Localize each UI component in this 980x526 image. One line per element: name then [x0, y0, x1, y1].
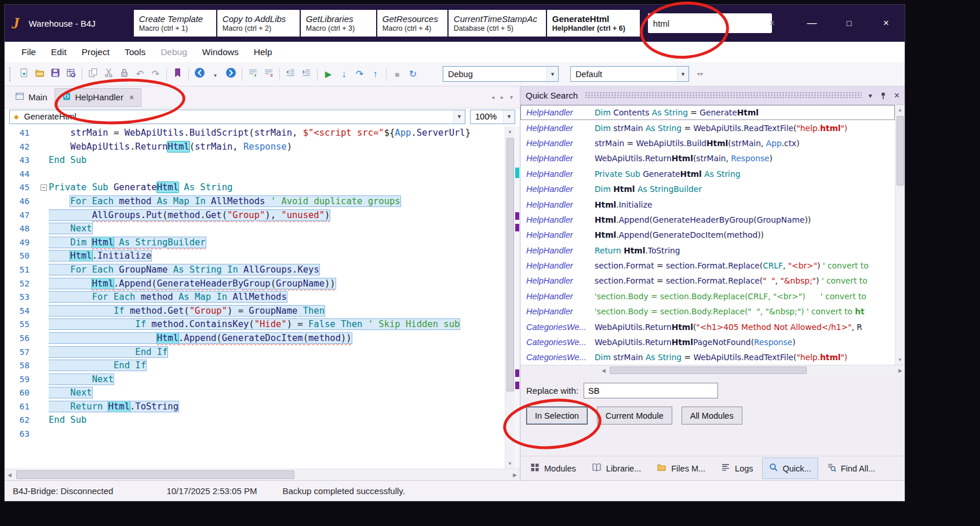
- rebuild-button[interactable]: ↻: [405, 66, 421, 82]
- nav-back-arrow-button[interactable]: ▼: [207, 66, 223, 82]
- scroll-left-icon[interactable]: ◀: [602, 368, 606, 373]
- search-result-row[interactable]: HelpHandlerDim Html As StringBuilder: [520, 182, 895, 197]
- scrollbar-thumb[interactable]: [897, 116, 904, 186]
- collapse-icon[interactable]: −: [41, 184, 47, 191]
- editor-vertical-scrollbar[interactable]: ▲ ▼: [505, 126, 515, 469]
- scroll-right-icon[interactable]: ▶: [513, 472, 517, 478]
- menu-help[interactable]: Help: [246, 43, 280, 61]
- dock-tab-filesm[interactable]: Files M...: [650, 458, 712, 478]
- pin-icon[interactable]: [879, 92, 887, 100]
- step-out-button[interactable]: ↑: [367, 66, 383, 82]
- lock-button[interactable]: [116, 66, 132, 82]
- dock-tab-modules[interactable]: Modules: [524, 458, 582, 478]
- new-module-button[interactable]: [16, 66, 32, 82]
- redo-button[interactable]: ↷: [148, 66, 163, 82]
- tab-helphandler[interactable]: HelpHandler ×: [54, 88, 142, 107]
- scrollbar-thumb[interactable]: [16, 470, 294, 479]
- undo-button[interactable]: ↶: [132, 66, 148, 82]
- toolbar-overflow-icon[interactable]: ▾▾: [697, 71, 703, 77]
- run-button[interactable]: ▶: [320, 66, 336, 82]
- in-selection-button[interactable]: In Selection: [526, 407, 588, 425]
- tab-scroll-right-icon[interactable]: ▸: [501, 94, 504, 100]
- search-result-row[interactable]: HelpHandlerDim strMain As String = WebAp…: [520, 120, 895, 135]
- search-result-row[interactable]: HelpHandlerReturn Html.ToString: [520, 243, 895, 258]
- search-result-row[interactable]: HelpHandlerPrivate Sub GenerateHtml As S…: [520, 166, 895, 182]
- chevron-down-icon[interactable]: ▾: [869, 92, 872, 100]
- scroll-right-icon[interactable]: ▶: [898, 368, 902, 373]
- nav-back-button[interactable]: [192, 66, 207, 82]
- copy-button[interactable]: [85, 66, 101, 82]
- scroll-down-icon[interactable]: ▼: [895, 355, 905, 365]
- dock-tab-findall[interactable]: Find All...: [821, 458, 882, 478]
- current-module-button[interactable]: Current Module: [597, 407, 672, 425]
- uncomment-button[interactable]: [261, 66, 276, 82]
- code-lines[interactable]: 41 strMain = WebApiUtils.BuildScript(str…: [5, 126, 505, 469]
- stop-button[interactable]: ■: [389, 66, 405, 82]
- results-horizontal-scrollbar[interactable]: ◀ ▶: [599, 365, 905, 376]
- tab-scroll-left-icon[interactable]: ◂: [491, 94, 494, 100]
- zoom-dropdown[interactable]: 100% ▼: [470, 110, 515, 124]
- close-panel-icon[interactable]: ×: [894, 90, 899, 101]
- macro-tab-1[interactable]: Create TemplateMacro (ctrl + 1): [134, 10, 216, 37]
- macro-tab-4[interactable]: GetResourcesMacro (ctrl + 4): [377, 10, 447, 37]
- search-result-row[interactable]: HelpHandlerHtml.Append(GenerateHeaderByG…: [520, 212, 895, 227]
- macro-tab-5[interactable]: CurrentTimeStampAcDatabase (ctrl + 5): [449, 10, 546, 37]
- debug-mode-dropdown[interactable]: Debug ▼: [443, 66, 559, 82]
- comment-button[interactable]: [245, 66, 261, 82]
- nav-forward-button[interactable]: [223, 66, 239, 82]
- step-over-button[interactable]: ↷: [352, 66, 367, 82]
- search-result-row[interactable]: HelpHandlerHtml.Append(GenerateDocItem(m…: [520, 227, 895, 242]
- menu-debug[interactable]: Debug: [153, 43, 195, 61]
- search-result-row[interactable]: HelpHandler'section.Body = section.Body.…: [520, 304, 895, 319]
- scrollbar-thumb[interactable]: [507, 138, 514, 391]
- save-button[interactable]: [48, 66, 63, 82]
- all-modules-button[interactable]: All Modules: [682, 407, 742, 425]
- scroll-left-icon[interactable]: ◀: [8, 472, 12, 478]
- tab-list-icon[interactable]: ▾: [510, 94, 513, 100]
- indent-more-button[interactable]: [298, 66, 314, 82]
- minimize-button[interactable]: —: [793, 5, 830, 42]
- maximize-button[interactable]: □: [830, 5, 868, 42]
- macro-tab-2[interactable]: Copy to AddLibsMacro (ctrl + 2): [217, 10, 300, 37]
- member-dropdown[interactable]: ◆ GenerateHtml ▼: [9, 110, 465, 124]
- menu-edit[interactable]: Edit: [43, 43, 74, 61]
- search-result-row[interactable]: HelpHandler'section.Body = section.Body.…: [520, 289, 895, 304]
- search-result-row[interactable]: CategoriesWe...Dim strMain As String = W…: [520, 350, 895, 365]
- menu-windows[interactable]: Windows: [195, 43, 246, 61]
- code-editor[interactable]: 41 strMain = WebApiUtils.BuildScript(str…: [5, 125, 520, 469]
- tab-close-icon[interactable]: ×: [129, 93, 134, 102]
- search-result-row[interactable]: HelpHandlersection.Format = section.Form…: [520, 258, 895, 273]
- indent-less-button[interactable]: [283, 66, 298, 82]
- search-result-row[interactable]: HelpHandlerWebApiUtils.ReturnHtml(strMai…: [520, 151, 895, 166]
- macro-tab-6[interactable]: GenerateHtmlHelpHandler (ctrl + 6): [547, 10, 640, 37]
- search-result-row[interactable]: HelpHandlerDim Contents As String = Gene…: [520, 105, 895, 120]
- replace-input[interactable]: [584, 383, 718, 398]
- search-result-row[interactable]: CategoriesWe...WebApiUtils.ReturnHtml("<…: [520, 319, 895, 334]
- dock-tab-librarie[interactable]: Librarie...: [585, 458, 647, 478]
- search-result-row[interactable]: CategoriesWe...WebApiUtils.ReturnHtmlPag…: [520, 335, 895, 350]
- title-search-input[interactable]: [653, 19, 768, 28]
- search-result-row[interactable]: HelpHandlerstrMain = WebApiUtils.BuildHt…: [520, 136, 895, 151]
- close-button[interactable]: ×: [868, 5, 905, 42]
- search-result-row[interactable]: HelpHandlersection.Format = section.Form…: [520, 273, 895, 288]
- find-module-button[interactable]: [63, 66, 79, 82]
- macro-tab-3[interactable]: GetLibrariesMacro (ctrl + 3): [301, 10, 376, 37]
- step-into-button[interactable]: ↓: [336, 66, 352, 82]
- build-config-dropdown[interactable]: Default ▼: [570, 66, 689, 82]
- results-vertical-scrollbar[interactable]: ▲ ▼: [895, 105, 905, 365]
- search-result-row[interactable]: HelpHandlerHtml.Initialize: [520, 197, 895, 212]
- dock-tab-logs[interactable]: Logs: [715, 458, 759, 478]
- scroll-down-icon[interactable]: ▼: [505, 459, 515, 469]
- dock-tab-quick[interactable]: Quick...: [763, 458, 818, 478]
- tab-main[interactable]: Main: [8, 88, 54, 107]
- menu-file[interactable]: File: [14, 43, 43, 61]
- title-search-box[interactable]: ×: [648, 13, 772, 33]
- cut-button[interactable]: [101, 66, 116, 82]
- editor-horizontal-scrollbar[interactable]: ◀ ▶: [5, 469, 520, 480]
- scroll-up-icon[interactable]: ▲: [505, 126, 515, 136]
- menu-tools[interactable]: Tools: [117, 43, 153, 61]
- bookmark-button[interactable]: [170, 66, 185, 82]
- search-clear-icon[interactable]: ×: [768, 18, 776, 28]
- scrollbar-thumb[interactable]: [610, 367, 807, 374]
- panel-grip[interactable]: [585, 92, 862, 99]
